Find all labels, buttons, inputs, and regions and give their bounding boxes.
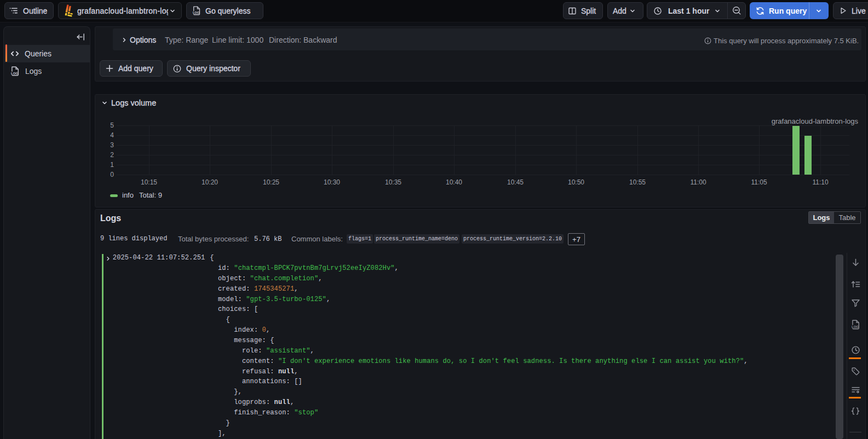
svg-text:LOG: LOG <box>193 11 200 14</box>
svg-text:LOG: LOG <box>852 325 859 328</box>
svg-text:LOG: LOG <box>11 72 18 75</box>
